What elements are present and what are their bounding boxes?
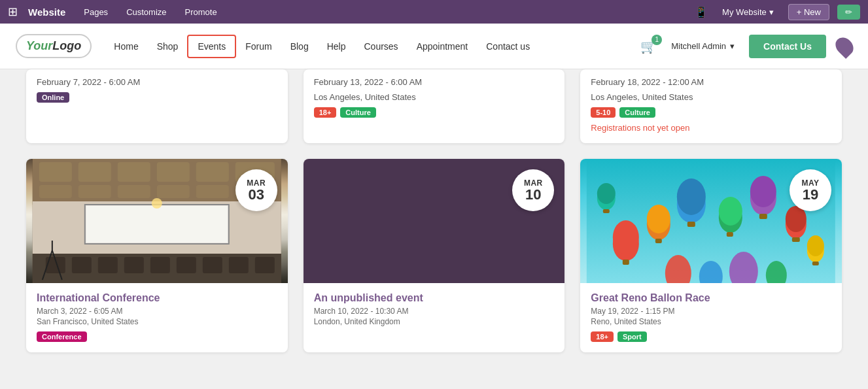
svg-point-45 [750, 176, 776, 207]
svg-rect-16 [86, 206, 228, 243]
unpublished-location: London, United Kingdom [314, 317, 555, 326]
reg-notice: Registrations not yet open [591, 123, 831, 133]
unpublished-title: An unpublished event [314, 292, 555, 304]
svg-rect-6 [196, 162, 229, 182]
svg-point-17 [152, 198, 162, 209]
site-name: Website [28, 7, 65, 18]
nav-appointment[interactable]: Appointment [408, 36, 477, 57]
nav-bar: YourLogo Home Shop Events Forum Blog Hel… [0, 24, 868, 69]
nav-contact[interactable]: Contact us [477, 36, 539, 57]
edit-button[interactable]: ✏ [837, 5, 860, 20]
logo[interactable]: YourLogo [16, 34, 92, 58]
pencil-icon: ✏ [845, 7, 852, 17]
cart-button[interactable]: 🛒 1 [640, 39, 657, 54]
conference-title: International Conference [37, 292, 277, 304]
badge-online: Online [37, 92, 69, 103]
svg-point-42 [719, 197, 742, 226]
admin-nav-customize[interactable]: Customize [118, 3, 174, 21]
nav-courses[interactable]: Courses [355, 36, 407, 57]
conference-card[interactable]: MAR 03 ✓ Registered International Confer… [26, 159, 288, 352]
nav-forum[interactable]: Forum [236, 36, 281, 57]
svg-rect-11 [157, 185, 190, 198]
grid-icon[interactable]: ⊞ [8, 5, 18, 19]
main-content: February 7, 2022 - 6:00 AM Online Februa… [0, 69, 868, 372]
svg-rect-37 [655, 239, 662, 243]
svg-rect-5 [157, 162, 190, 182]
admin-nav: Pages Customize Promote [76, 3, 224, 21]
svg-rect-23 [150, 257, 170, 273]
nav-help[interactable]: Help [318, 36, 355, 57]
partial-cards-row: February 7, 2022 - 6:00 AM Online Februa… [26, 69, 842, 143]
balloon-card[interactable]: MAY 19 Great Reno Ballon Race May 19, 20… [580, 159, 842, 352]
new-button[interactable]: + New [788, 4, 829, 20]
balloon-image: MAY 19 [580, 159, 842, 283]
partial-card-3-date: February 18, 2022 - 12:00 AM [591, 77, 831, 87]
unpublished-card[interactable]: MAR 10 An unpublished event March 10, 20… [304, 159, 565, 352]
admin-bar: ⊞ Website Pages Customize Promote 📱 My W… [0, 0, 868, 24]
unpublished-date-badge: MAR 10 [512, 169, 554, 211]
nav-shop[interactable]: Shop [148, 36, 188, 57]
unpublished-card-body: An unpublished event March 10, 2022 - 10… [304, 283, 565, 342]
admin-nav-pages[interactable]: Pages [76, 3, 116, 21]
svg-rect-25 [203, 257, 222, 273]
svg-point-33 [613, 220, 639, 254]
nav-right: 🛒 1 Mitchell Admin ▾ Contact Us [640, 35, 852, 58]
svg-rect-22 [124, 257, 144, 273]
partial-card-1-date: February 7, 2022 - 6:00 AM [37, 77, 277, 87]
drop-icon [832, 33, 857, 58]
nav-blog[interactable]: Blog [281, 36, 318, 57]
svg-point-36 [647, 205, 670, 233]
svg-rect-12 [196, 185, 229, 198]
partial-card-3[interactable]: February 18, 2022 - 12:00 AM Los Angeles… [580, 69, 842, 143]
balloon-location: Reno, United States [591, 317, 831, 326]
conference-location: San Francisco, United States [37, 317, 277, 326]
svg-rect-21 [98, 257, 118, 273]
svg-rect-4 [118, 162, 150, 182]
partial-card-2-location: Los Angeles, United States [314, 92, 555, 102]
svg-rect-40 [687, 222, 695, 227]
svg-rect-10 [118, 185, 150, 198]
svg-rect-24 [177, 257, 196, 273]
nav-home[interactable]: Home [105, 36, 147, 57]
badge-conference: Conference [37, 331, 87, 342]
svg-point-54 [597, 183, 616, 204]
chevron-down-icon: ▾ [769, 7, 774, 17]
my-website-button[interactable]: My Website ▾ [716, 5, 780, 20]
svg-rect-43 [727, 232, 733, 237]
user-menu-button[interactable]: Mitchell Admin ▾ [665, 37, 741, 55]
svg-rect-3 [78, 162, 111, 182]
svg-rect-27 [255, 257, 275, 273]
partial-card-1[interactable]: February 7, 2022 - 6:00 AM Online [26, 69, 288, 143]
svg-rect-9 [78, 185, 111, 198]
svg-rect-46 [759, 214, 767, 219]
svg-rect-49 [792, 237, 800, 242]
balloon-badges: 18+ Sport [591, 331, 831, 342]
full-cards-grid: MAR 03 ✓ Registered International Confer… [26, 159, 842, 352]
conference-date: March 3, 2022 - 6:05 AM [37, 307, 277, 316]
mobile-preview-icon[interactable]: 📱 [695, 6, 708, 18]
svg-rect-2 [39, 162, 72, 182]
balloon-card-body: Great Reno Ballon Race May 19, 2022 - 1:… [580, 283, 842, 352]
unpublished-date: March 10, 2022 - 10:30 AM [314, 307, 555, 316]
contact-us-button[interactable]: Contact Us [749, 35, 826, 58]
badge-18plus-balloon: 18+ [591, 331, 614, 342]
balloon-date-badge: MAY 19 [790, 169, 831, 211]
conference-card-body: International Conference March 3, 2022 -… [26, 283, 288, 352]
balloon-title: Great Reno Ballon Race [591, 292, 831, 304]
badge-sport: Sport [617, 331, 647, 342]
svg-rect-52 [812, 262, 819, 265]
balloon-date: May 19, 2022 - 1:15 PM [591, 307, 831, 316]
partial-card-1-badges: Online [37, 92, 277, 103]
badge-culture-2: Culture [619, 107, 655, 118]
partial-card-2[interactable]: February 13, 2022 - 6:00 AM Los Angeles,… [304, 69, 565, 143]
svg-rect-20 [72, 257, 92, 273]
svg-rect-26 [229, 257, 249, 273]
partial-card-3-badges: 5-10 Culture [591, 107, 831, 118]
svg-rect-34 [623, 260, 629, 265]
svg-point-51 [807, 235, 824, 256]
nav-events[interactable]: Events [187, 35, 236, 58]
chevron-down-icon: ▾ [730, 41, 735, 51]
user-name: Mitchell Admin [671, 41, 726, 51]
partial-card-3-location: Los Angeles, United States [591, 92, 831, 102]
admin-nav-promote[interactable]: Promote [177, 3, 225, 21]
